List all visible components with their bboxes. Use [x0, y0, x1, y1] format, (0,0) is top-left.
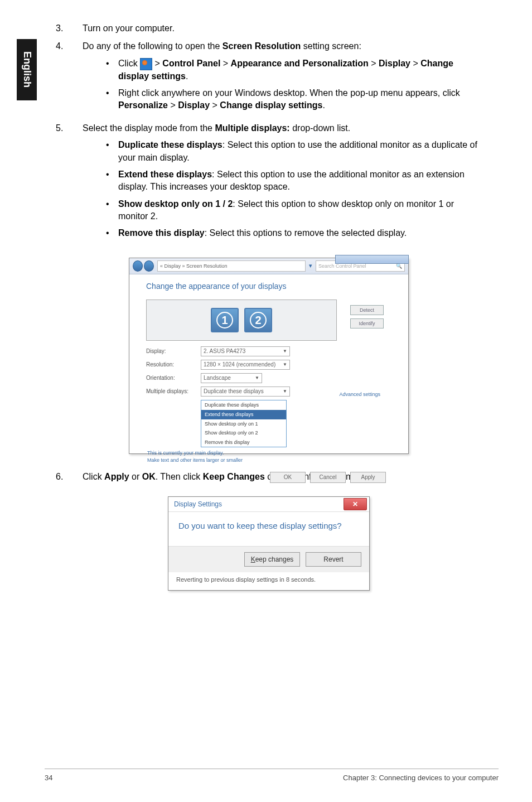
orientation-label: Orientation: — [146, 374, 191, 382]
monitor-2[interactable]: 2 — [244, 308, 272, 332]
dropdown-option-show1[interactable]: Show desktop only on 1 — [201, 419, 286, 429]
back-icon[interactable] — [133, 260, 143, 272]
keep-changes-button[interactable]: Keep changes — [244, 552, 300, 567]
display-select[interactable]: 2. ASUS PA4273▼ — [201, 346, 290, 356]
advanced-settings-link[interactable]: Advanced settings — [339, 391, 380, 398]
main-display-note: This is currently your main display. — [147, 450, 391, 457]
countdown-text: Reverting to previous display settings i… — [168, 572, 369, 590]
s4-b2-gt1: > — [168, 100, 178, 110]
keep-changes-label: eep changes — [255, 555, 294, 563]
s4-b1-disp: Display — [379, 59, 410, 68]
chevron-down-icon: ▼ — [255, 374, 259, 383]
dropdown-option-show2[interactable]: Show desktop only on 2 — [201, 428, 286, 438]
identify-button[interactable]: Identify — [350, 318, 384, 328]
chevron-down-icon: ▼ — [283, 347, 287, 356]
resolution-select-value: 1280 × 1024 (recommended) — [204, 360, 275, 369]
chevron-down-icon[interactable]: ▾ — [309, 262, 312, 270]
step-5-intro-post: drop-down list. — [290, 123, 351, 133]
breadcrumb[interactable]: « Display » Screen Resolution — [157, 260, 306, 272]
dropdown-option-extend[interactable]: Extend these displays — [201, 410, 286, 419]
forward-icon[interactable] — [144, 260, 154, 272]
s5-d2-bold: Extend these displays — [118, 170, 212, 179]
s4-b2-pers: Personalize — [118, 100, 168, 110]
orientation-select-value: Landscape — [204, 374, 231, 383]
display-select-value: 2. ASUS PA4273 — [204, 347, 245, 356]
step-5-intro-pre: Select the display mode from the — [83, 123, 215, 133]
step-number-4: 4. — [56, 40, 67, 116]
s4-b1-cp: Control Panel — [162, 59, 220, 68]
s5-d1-bold: Duplicate these displays — [118, 140, 223, 149]
s4-b2-dot: . — [322, 100, 325, 110]
dialog-prompt: Do you want to keep these display settin… — [168, 512, 369, 546]
resolution-select[interactable]: 1280 × 1024 (recommended)▼ — [201, 360, 290, 370]
step-number-6: 6. — [56, 471, 67, 483]
step-4-intro-bold: Screen Resolution — [223, 41, 301, 51]
close-icon[interactable]: ✕ — [344, 498, 367, 510]
chevron-down-icon: ▼ — [283, 360, 287, 369]
display-preview[interactable]: 1 2 — [146, 299, 337, 341]
chevron-down-icon: ▼ — [283, 387, 287, 396]
detect-button[interactable]: Detect — [350, 305, 384, 315]
s4-b2-pre: Right click anywhere on your Windows des… — [118, 88, 460, 98]
s6-apply: Apply — [104, 472, 129, 481]
cancel-button[interactable]: Cancel — [310, 472, 346, 483]
multiple-displays-select[interactable]: Duplicate these displays▼ — [201, 386, 290, 397]
monitor-1[interactable]: 1 — [211, 308, 239, 332]
s4-b1-gt3: > — [369, 59, 379, 68]
ok-button[interactable]: OK — [270, 472, 306, 483]
monitor-1-label: 1 — [216, 312, 233, 328]
dialog-title: Display Settings — [174, 500, 222, 509]
step-4-intro-pre: Do any of the following to open the — [83, 41, 223, 51]
s4-b1-dot: . — [186, 71, 188, 81]
s5-d4-txt: : Select this options to remove the sele… — [205, 228, 407, 238]
multiple-displays-label: Multiple displays: — [146, 388, 191, 395]
step-4-intro-post: setting screen: — [301, 41, 361, 51]
display-label: Display: — [146, 347, 191, 355]
resolution-label: Resolution: — [146, 361, 191, 369]
page-number: 34 — [45, 774, 52, 782]
s4-b2-gt2: > — [210, 100, 220, 110]
s4-b1-gt4: > — [410, 59, 420, 68]
window-frame-glass — [335, 255, 409, 264]
multiple-displays-dropdown[interactable]: Duplicate these displays Extend these di… — [201, 400, 287, 447]
s6-pre: Click — [83, 472, 104, 481]
dropdown-option-duplicate[interactable]: Duplicate these displays — [201, 400, 286, 410]
s5-d4-bold: Remove this display — [118, 228, 205, 238]
display-settings-dialog: Display Settings ✕ Do you want to keep t… — [168, 496, 370, 590]
text-size-link[interactable]: Make text and other items larger or smal… — [147, 457, 391, 464]
dropdown-option-remove[interactable]: Remove this display — [201, 438, 286, 447]
s4-b2-disp: Display — [178, 100, 210, 110]
language-tab: English — [17, 39, 37, 100]
s4-b1-gt1: > — [152, 59, 162, 68]
step-number-5: 5. — [56, 122, 67, 244]
s4-b1-gt2: > — [220, 59, 230, 68]
s4-b1-ap: Appearance and Personalization — [231, 59, 369, 68]
apply-button[interactable]: Apply — [350, 472, 386, 483]
monitor-2-label: 2 — [250, 312, 267, 328]
chapter-title: Chapter 3: Connecting devices to your co… — [343, 774, 499, 782]
step-number-3: 3. — [56, 22, 67, 35]
multiple-displays-value: Duplicate these displays — [204, 387, 264, 396]
step-5-intro-bold: Multiple displays: — [215, 123, 289, 133]
s5-d3-bold: Show desktop only on 1 / 2 — [118, 199, 233, 209]
screen-resolution-dialog: « Display » Screen Resolution ▾ Search C… — [129, 258, 409, 454]
step-3-text: Turn on your computer. — [83, 23, 175, 33]
revert-button[interactable]: Revert — [306, 552, 361, 567]
s4-b2-cds: Change display settings — [220, 100, 322, 110]
orientation-select[interactable]: Landscape▼ — [201, 373, 262, 383]
windows-start-icon — [140, 58, 152, 70]
s4-b1-pre: Click — [118, 59, 140, 68]
dialog-heading: Change the appearance of your displays — [146, 281, 391, 292]
